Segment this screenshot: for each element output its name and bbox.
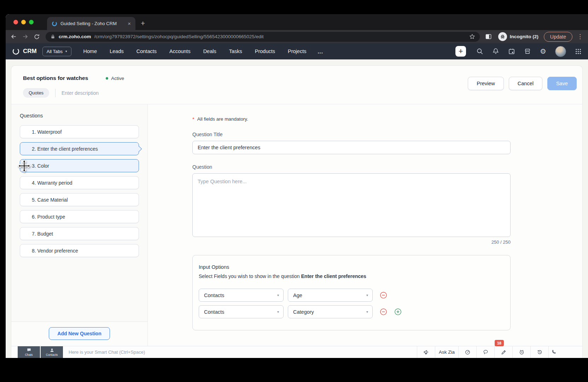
question-item-3[interactable]: 3. Color [20, 159, 139, 172]
nav-right-icons: + ⚙ [455, 46, 582, 57]
field-select[interactable]: Age ▾ [288, 289, 373, 302]
smart-chat-input[interactable]: Here is your Smart Chat (Ctrl+Space) [69, 349, 145, 355]
footer-tools: Ask Zia [417, 346, 559, 358]
gauge-icon[interactable] [458, 346, 476, 358]
nav-item-contacts[interactable]: Contacts [130, 48, 163, 54]
alarm-clock-icon[interactable] [512, 346, 530, 358]
tab-strip: Guided Selling - Zoho CRM × + [6, 14, 588, 30]
app-grid-icon[interactable] [575, 48, 582, 55]
marketplace-icon[interactable] [524, 48, 531, 55]
preview-button[interactable]: Preview [468, 77, 504, 90]
nav-item-accounts[interactable]: Accounts [163, 48, 197, 54]
question-item-8[interactable]: 8. Vendor preference [20, 244, 139, 257]
close-window-button[interactable] [13, 20, 18, 24]
status-badge: Active [106, 76, 124, 81]
input-options-title: Input Options [199, 264, 504, 270]
back-icon[interactable] [9, 33, 18, 41]
notifications-bell-icon[interactable] [492, 48, 499, 55]
incognito-indicator: Incognito (2) [496, 32, 541, 41]
module-select[interactable]: Contacts ▾ [199, 305, 284, 318]
dock-contacts-label: Contacts [46, 353, 58, 357]
incognito-icon [498, 32, 507, 41]
field-select-value: Age [293, 293, 302, 298]
chevron-down-icon: ▾ [65, 50, 67, 53]
search-icon[interactable] [476, 48, 483, 55]
telephony-icon[interactable] [548, 346, 559, 358]
question-item-4[interactable]: 4. Warranty period [20, 176, 139, 189]
mandatory-note-text: All fields are mandatory. [197, 116, 248, 122]
announcement-icon[interactable] [417, 346, 435, 358]
nav-item-tasks[interactable]: Tasks [223, 48, 249, 54]
nav-item-leads[interactable]: Leads [103, 48, 130, 54]
question-title-label: Question Title [192, 132, 582, 137]
question-item-label: 3. Color [32, 163, 49, 169]
cancel-button[interactable]: Cancel [509, 77, 542, 90]
question-item-2[interactable]: 2. Enter the client preferences [20, 142, 139, 155]
zia-notes-icon[interactable] [494, 346, 512, 358]
record-header: Best options for watches Active Quotes E… [11, 66, 582, 104]
save-button[interactable]: Save [547, 77, 577, 90]
bookmark-star-icon[interactable] [469, 34, 475, 40]
reload-icon[interactable] [33, 33, 41, 41]
question-item-7[interactable]: 7. Budget [20, 227, 139, 240]
nav-more-button[interactable]: ... [313, 48, 328, 54]
side-panel-icon[interactable] [484, 33, 493, 41]
dock-chats[interactable]: Chats [18, 346, 40, 358]
char-counter: 250 / 250 [192, 239, 511, 245]
module-select-value: Contacts [204, 293, 224, 298]
remove-row-icon[interactable] [380, 291, 387, 299]
crm-top-nav: CRM All Tabs ▾ Home Leads Contacts Accou… [6, 43, 588, 59]
status-label: Active [111, 76, 124, 81]
browser-menu-icon[interactable]: ⋮ [576, 33, 584, 40]
incognito-label: Incognito (2) [510, 34, 538, 39]
question-textarea[interactable]: Type Question here... [192, 173, 511, 237]
questions-list: 1. Waterproof 2. Enter the client prefer… [11, 125, 147, 257]
chevron-down-icon: ▾ [366, 293, 368, 297]
add-row-icon[interactable] [394, 308, 402, 316]
lock-icon [50, 34, 56, 39]
update-button[interactable]: Update [544, 32, 572, 42]
calendar-icon[interactable] [508, 48, 515, 55]
ask-zia-button[interactable]: Ask Zia [435, 346, 458, 358]
input-option-row: Contacts ▾ Category ▾ [199, 305, 504, 318]
field-select[interactable]: Category ▾ [288, 305, 373, 318]
nav-item-products[interactable]: Products [249, 48, 281, 54]
remove-row-icon[interactable] [380, 308, 387, 316]
description-field[interactable]: Enter description [62, 90, 99, 96]
quick-create-button[interactable]: + [455, 46, 466, 57]
tab-close-icon[interactable]: × [127, 21, 132, 27]
lasso-icon[interactable] [476, 346, 494, 358]
question-item-label: 5. Case Material [32, 197, 68, 203]
traffic-lights [6, 14, 39, 30]
forward-icon[interactable] [21, 33, 29, 41]
page-background: Best options for watches Active Quotes E… [6, 59, 588, 358]
all-tabs-label: All Tabs [47, 49, 63, 54]
dock-contacts[interactable]: Contacts [41, 346, 63, 358]
browser-tab[interactable]: Guided Selling - Zoho CRM × [47, 17, 135, 30]
header-actions: Preview Cancel Save [468, 75, 577, 98]
question-label: Question [192, 164, 582, 170]
new-tab-button[interactable]: + [141, 19, 145, 27]
required-asterisk: * [192, 116, 194, 122]
nav-item-projects[interactable]: Projects [281, 48, 313, 54]
add-new-question-button[interactable]: Add New Question [49, 327, 110, 340]
question-item-6[interactable]: 6. Product type [20, 210, 139, 223]
module-select[interactable]: Contacts ▾ [199, 289, 284, 302]
url-bar[interactable]: crm.zoho.com /crm/org797923972/settings/… [46, 32, 480, 42]
question-title-input[interactable]: Enter the client preferences [192, 141, 511, 154]
all-tabs-dropdown[interactable]: All Tabs ▾ [42, 47, 71, 56]
input-options-subtitle: Select Fields you wish to show in the qu… [199, 273, 504, 279]
nav-item-home[interactable]: Home [77, 48, 104, 54]
question-item-5[interactable]: 5. Case Material [20, 193, 139, 206]
selected-item-pointer [136, 146, 142, 152]
zoho-crm-logo: CRM [12, 47, 37, 55]
zoom-window-button[interactable] [29, 20, 34, 24]
bottom-bar: 18 Chats Contacts Here is your Smart Cha… [11, 346, 582, 358]
nav-item-deals[interactable]: Deals [197, 48, 223, 54]
user-avatar[interactable] [555, 46, 566, 57]
settings-gear-icon[interactable]: ⚙ [540, 48, 546, 55]
minimize-window-button[interactable] [21, 20, 26, 24]
question-item-label: 6. Product type [32, 214, 65, 220]
history-icon[interactable] [530, 346, 548, 358]
question-item-1[interactable]: 1. Waterproof [20, 125, 139, 138]
